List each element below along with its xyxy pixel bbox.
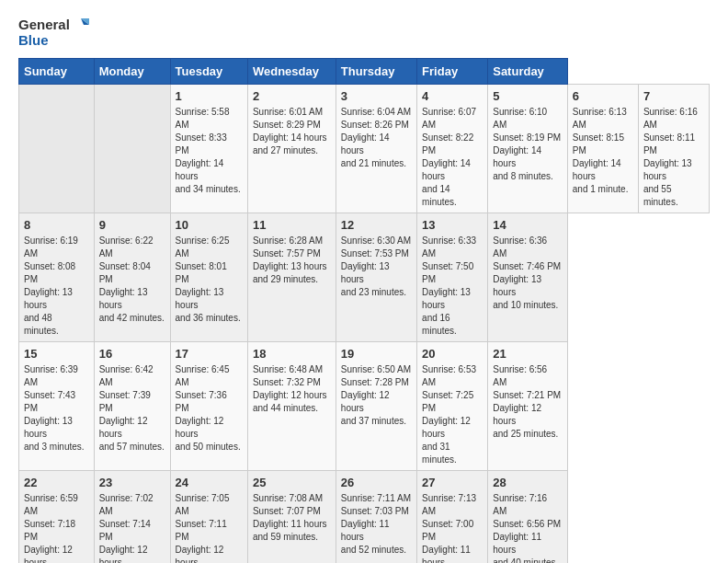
cell-line: Sunset: 7:28 PM (341, 376, 412, 389)
cell-line: Daylight: 11 hours (493, 531, 563, 557)
day-number: 24 (176, 475, 243, 491)
cell-line: Sunrise: 7:05 AM (176, 492, 243, 518)
day-number: 14 (493, 217, 563, 234)
table-row (94, 84, 170, 213)
cell-line: Sunrise: 5:58 AM (176, 106, 243, 132)
col-header-thursday: Thursday (336, 58, 416, 84)
table-row (19, 84, 95, 213)
logo-general: General (18, 17, 70, 33)
cell-line: and 23 minutes. (341, 286, 412, 299)
cell-line: Sunset: 7:50 PM (422, 260, 483, 286)
day-number: 2 (253, 88, 331, 105)
cell-line: and 3 minutes. (24, 441, 89, 454)
day-number: 28 (493, 475, 563, 491)
table-row: 15Sunrise: 6:39 AMSunset: 7:43 PMDayligh… (19, 341, 95, 470)
cell-line: Sunset: 8:33 PM (176, 132, 243, 157)
cell-line: Daylight: 14 hours (176, 157, 243, 183)
cell-line: Sunset: 7:03 PM (341, 505, 412, 518)
cell-line: Daylight: 13 hours (99, 286, 165, 312)
table-row: 21Sunrise: 6:56 AMSunset: 7:21 PMDayligh… (488, 341, 568, 470)
cell-line: Daylight: 14 hours (341, 132, 412, 157)
cell-line: Daylight: 14 hours (253, 132, 331, 144)
day-number: 18 (253, 346, 331, 362)
cell-line: Sunrise: 6:33 AM (422, 235, 483, 260)
day-number: 12 (341, 217, 412, 234)
cell-line: Sunrise: 6:04 AM (341, 106, 412, 119)
table-row: 8Sunrise: 6:19 AMSunset: 8:08 PMDaylight… (19, 213, 95, 341)
cell-line: Sunset: 7:14 PM (99, 518, 165, 544)
col-header-tuesday: Tuesday (170, 58, 247, 84)
day-number: 1 (176, 88, 243, 105)
cell-line: Sunrise: 7:08 AM (253, 492, 331, 505)
cell-line: Sunrise: 6:36 AM (493, 235, 563, 260)
cell-line: and 25 minutes. (493, 428, 563, 441)
cell-line: Sunset: 7:57 PM (253, 247, 331, 260)
cell-line: Daylight: 13 hours (422, 286, 483, 312)
cell-line: Sunrise: 6:48 AM (253, 363, 331, 376)
cell-line: Sunrise: 6:13 AM (573, 106, 633, 132)
cell-line: Sunset: 8:29 PM (253, 119, 331, 132)
cell-line: Sunset: 8:01 PM (176, 260, 243, 286)
cell-line: Daylight: 13 hours (253, 260, 331, 273)
table-row: 22Sunrise: 6:59 AMSunset: 7:18 PMDayligh… (19, 471, 95, 563)
cell-line: Daylight: 13 hours (24, 415, 89, 441)
cell-line: Sunset: 6:56 PM (493, 518, 563, 531)
cell-line: Sunset: 8:04 PM (99, 260, 165, 286)
table-row: 6Sunrise: 6:13 AMSunset: 8:15 PMDaylight… (567, 84, 638, 213)
cell-line: and 10 minutes. (493, 299, 563, 312)
table-row: 4Sunrise: 6:07 AMSunset: 8:22 PMDaylight… (417, 84, 488, 213)
cell-line: Sunset: 7:18 PM (24, 518, 89, 544)
cell-line: and 50 minutes. (176, 441, 243, 454)
cell-line: Daylight: 12 hours (176, 544, 243, 563)
logo: General Blue (18, 17, 89, 49)
table-row: 27Sunrise: 7:13 AMSunset: 7:00 PMDayligh… (417, 471, 488, 563)
cell-line: Daylight: 13 hours (341, 260, 412, 286)
day-number: 3 (341, 88, 412, 105)
table-row: 13Sunrise: 6:33 AMSunset: 7:50 PMDayligh… (417, 213, 488, 341)
cell-line: Sunset: 8:11 PM (643, 132, 704, 157)
cell-line: Daylight: 12 hours (253, 389, 331, 402)
cell-line: and 55 minutes. (643, 183, 704, 209)
table-row: 2Sunrise: 6:01 AMSunset: 8:29 PMDaylight… (247, 84, 336, 213)
cell-line: Sunrise: 6:53 AM (422, 363, 483, 389)
table-row: 1Sunrise: 5:58 AMSunset: 8:33 PMDaylight… (170, 84, 247, 213)
cell-line: Sunset: 7:46 PM (493, 260, 563, 273)
cell-line: Sunrise: 6:39 AM (24, 363, 89, 389)
cell-line: Sunset: 7:21 PM (493, 389, 563, 402)
day-number: 4 (422, 88, 483, 105)
day-number: 22 (24, 475, 89, 491)
cell-line: Daylight: 12 hours (422, 415, 483, 441)
cell-line: Sunrise: 7:11 AM (341, 492, 412, 505)
table-row: 5Sunrise: 6:10 AMSunset: 8:19 PMDaylight… (488, 84, 568, 213)
table-row: 28Sunrise: 7:16 AMSunset: 6:56 PMDayligh… (488, 471, 568, 563)
col-header-sunday: Sunday (19, 58, 95, 84)
cell-line: Sunset: 7:25 PM (422, 389, 483, 415)
table-row: 20Sunrise: 6:53 AMSunset: 7:25 PMDayligh… (417, 341, 488, 470)
table-row: 18Sunrise: 6:48 AMSunset: 7:32 PMDayligh… (247, 341, 336, 470)
cell-line: Sunrise: 6:42 AM (99, 363, 165, 389)
cell-line: Daylight: 14 hours (493, 144, 563, 170)
col-header-saturday: Saturday (488, 58, 568, 84)
day-number: 5 (493, 88, 563, 105)
cell-line: Sunset: 7:39 PM (99, 389, 165, 415)
day-number: 13 (422, 217, 483, 234)
cell-line: and 37 minutes. (341, 415, 412, 428)
cell-line: Sunset: 8:15 PM (573, 132, 633, 157)
cell-line: Daylight: 12 hours (24, 544, 89, 563)
cell-line: Sunset: 8:22 PM (422, 132, 483, 157)
day-number: 9 (99, 217, 165, 234)
cell-line: and 1 minute. (573, 183, 633, 196)
cell-line: Daylight: 11 hours (253, 518, 331, 531)
cell-line: Sunrise: 6:07 AM (422, 106, 483, 132)
cell-line: and 14 minutes. (422, 183, 483, 209)
cell-line: Daylight: 13 hours (176, 286, 243, 312)
cell-line: and 21 minutes. (341, 157, 412, 170)
cell-line: Sunset: 7:32 PM (253, 376, 331, 389)
cell-line: Daylight: 12 hours (99, 544, 165, 563)
cell-line: and 34 minutes. (176, 183, 243, 196)
cell-line: Daylight: 12 hours (99, 415, 165, 441)
day-number: 25 (253, 475, 331, 491)
cell-line: Sunset: 8:19 PM (493, 132, 563, 144)
cell-line: and 52 minutes. (341, 544, 412, 557)
col-header-monday: Monday (94, 58, 170, 84)
